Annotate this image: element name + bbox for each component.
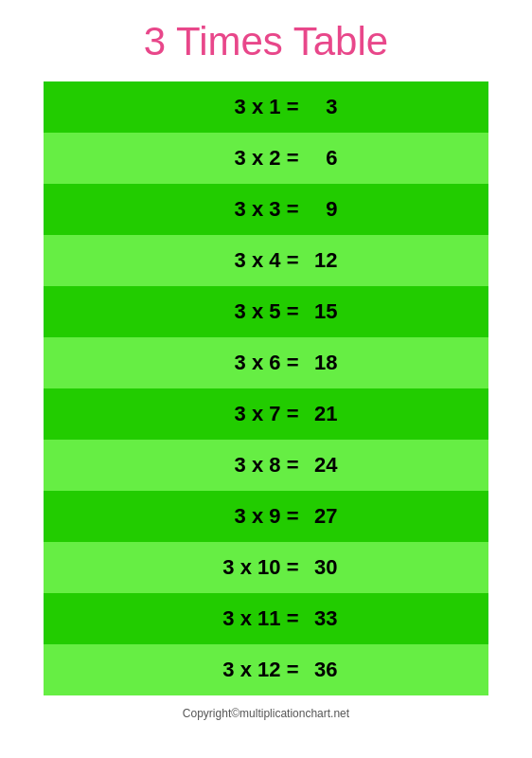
copyright-text: Copyright©multiplicationchart.net bbox=[183, 707, 349, 720]
result-text: 30 bbox=[305, 555, 338, 580]
result-text: 24 bbox=[305, 453, 338, 478]
result-text: 36 bbox=[305, 658, 338, 682]
result-text: 12 bbox=[305, 248, 338, 273]
table-row: 3 x 1 =3 bbox=[44, 81, 488, 133]
equation-text: 3 x 5 = bbox=[195, 299, 299, 324]
equation-text: 3 x 2 = bbox=[195, 146, 299, 171]
equation-text: 3 x 4 = bbox=[195, 248, 299, 273]
times-table-container: 3 x 1 =33 x 2 =63 x 3 =93 x 4 =123 x 5 =… bbox=[44, 81, 488, 695]
result-text: 3 bbox=[305, 95, 338, 119]
page-title: 3 Times Table bbox=[144, 19, 388, 64]
table-row: 3 x 12 =36 bbox=[44, 644, 488, 695]
result-text: 9 bbox=[305, 197, 338, 222]
result-text: 18 bbox=[305, 351, 338, 375]
equation-text: 3 x 6 = bbox=[195, 351, 299, 375]
table-row: 3 x 6 =18 bbox=[44, 337, 488, 388]
equation-text: 3 x 9 = bbox=[195, 504, 299, 529]
result-text: 33 bbox=[305, 606, 338, 631]
table-row: 3 x 11 =33 bbox=[44, 593, 488, 644]
result-text: 27 bbox=[305, 504, 338, 529]
table-row: 3 x 8 =24 bbox=[44, 440, 488, 491]
result-text: 15 bbox=[305, 299, 338, 324]
table-row: 3 x 9 =27 bbox=[44, 491, 488, 542]
equation-text: 3 x 1 = bbox=[195, 95, 299, 119]
table-row: 3 x 4 =12 bbox=[44, 235, 488, 286]
table-row: 3 x 7 =21 bbox=[44, 388, 488, 440]
equation-text: 3 x 12 = bbox=[195, 658, 299, 682]
equation-text: 3 x 8 = bbox=[195, 453, 299, 478]
table-row: 3 x 10 =30 bbox=[44, 542, 488, 593]
equation-text: 3 x 10 = bbox=[195, 555, 299, 580]
table-row: 3 x 2 =6 bbox=[44, 133, 488, 184]
equation-text: 3 x 11 = bbox=[195, 606, 299, 631]
result-text: 21 bbox=[305, 402, 338, 426]
equation-text: 3 x 7 = bbox=[195, 402, 299, 426]
table-row: 3 x 3 =9 bbox=[44, 184, 488, 235]
equation-text: 3 x 3 = bbox=[195, 197, 299, 222]
table-row: 3 x 5 =15 bbox=[44, 286, 488, 337]
result-text: 6 bbox=[305, 146, 338, 171]
